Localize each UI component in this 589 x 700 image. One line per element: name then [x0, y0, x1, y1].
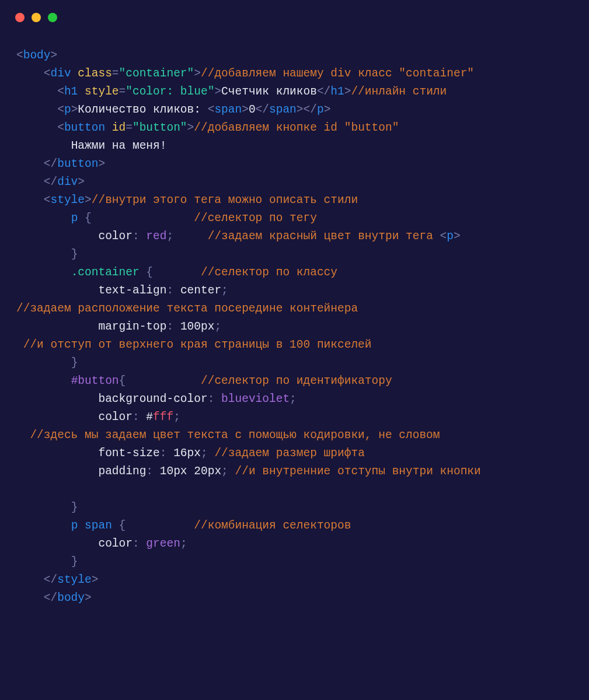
p-text: Количество кликов: [78, 103, 207, 116]
attr-style: style [85, 85, 119, 98]
sel-container: .container [71, 266, 140, 279]
sel-p2: p [71, 519, 78, 532]
val-center: center [180, 284, 221, 297]
attr-class: class [78, 67, 112, 80]
code-block: <body> <div class="container">//добавляе… [0, 32, 589, 634]
id-value: "button" [133, 121, 187, 134]
prop-font-size: font-size [98, 447, 159, 460]
prop-color3: color [98, 537, 133, 550]
val-16px: 16px [173, 447, 201, 460]
comment-div-class: //добавляем нашему div класс "container" [201, 67, 474, 80]
val-100px: 100px [180, 320, 215, 333]
comment-style-tag: //внутри этого тега можно описать стили [92, 194, 358, 206]
class-value: "container" [119, 67, 194, 80]
tag-body-open: body [23, 49, 51, 62]
window-dot-zoom[interactable] [48, 13, 57, 22]
button-text: Нажми на меня! [71, 139, 167, 152]
hex-fff: fff [153, 411, 173, 424]
sel-button-id: #button [71, 374, 119, 387]
tag-style: style [51, 194, 85, 206]
h1-text: Счетчик кликов [221, 85, 317, 98]
comment-button-id: //добавляем кнопке id "button" [194, 121, 399, 134]
prop-padding: padding [98, 465, 146, 478]
comment-margin-top: //и отступ от верхнего края страницы в 1… [16, 338, 372, 351]
prop-color2: color [98, 411, 133, 424]
window-titlebar [0, 0, 589, 32]
comment-combinator: //комбинация селекторов [194, 519, 351, 532]
val-blueviolet: blueviolet [221, 393, 290, 405]
prop-margin-top: margin-top [98, 320, 166, 333]
val-red: red [146, 230, 166, 243]
comment-inline-style: //инлайн стили [351, 85, 447, 98]
prop-text-align: text-align [98, 284, 166, 297]
comment-text-align: //задаем расположение текста посередине … [16, 302, 358, 315]
window-dot-close[interactable] [15, 13, 25, 22]
tag-span: span [214, 103, 242, 116]
val-green: green [146, 537, 180, 550]
comment-red: //задаем красный цвет внутри тега [208, 230, 440, 243]
prop-color: color [98, 230, 133, 243]
hash-sign: # [146, 411, 153, 424]
comment-hex: //здесь мы задаем цвет текста с помощью … [16, 429, 440, 442]
code-window: <body> <div class="container">//добавляе… [0, 0, 589, 700]
span-zero: 0 [249, 103, 256, 116]
window-dot-minimize[interactable] [32, 13, 41, 22]
val-padding: 10px 20px [160, 465, 221, 478]
comment-sel-id: //селектор по идентификатору [201, 374, 392, 387]
sel-p: p [71, 212, 78, 225]
tag-p: p [64, 103, 71, 116]
attr-id: id [112, 121, 126, 134]
comment-padding: //и внутренние отступы внутри кнопки [235, 465, 481, 478]
comment-sel-tag: //селектор по тегу [194, 212, 317, 225]
tag-h1: h1 [64, 85, 78, 98]
tag-div-open: div [51, 67, 71, 80]
tag-body-close: body [57, 592, 85, 604]
comment-font-size: //задаем размер шрифта [214, 447, 364, 460]
tag-button: button [64, 121, 105, 134]
sel-span: span [85, 519, 112, 532]
comment-sel-class: //селектор по классу [201, 266, 337, 279]
style-value: "color: blue" [126, 85, 214, 98]
prop-bgcolor: background-color [98, 393, 207, 405]
